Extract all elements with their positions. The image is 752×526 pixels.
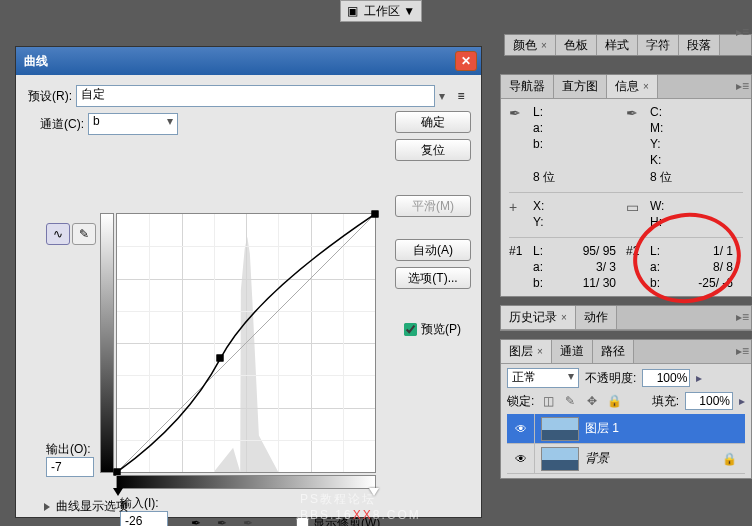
channel-label: 通道(C): <box>40 116 84 133</box>
panel-menu-icon[interactable]: ▸≡ <box>736 25 749 39</box>
curve-display-options[interactable]: 曲线显示选项 <box>44 498 128 515</box>
history-panel: 历史记录× 动作 ▸≡ <box>500 305 752 331</box>
tab-character[interactable]: 字符 <box>638 35 679 55</box>
tab-color[interactable]: 颜色× <box>505 35 556 55</box>
tab-paragraph[interactable]: 段落 <box>679 35 720 55</box>
lock-label: 锁定: <box>507 393 534 410</box>
visibility-icon[interactable]: 👁 <box>507 444 535 473</box>
curves-dialog: 曲线 ✕ 预设(R): 自定 ▾ ≡ 通道(C): b ▾ ∿ ✎ <box>15 46 482 518</box>
preset-menu-icon[interactable]: ≡ <box>451 86 471 106</box>
auto-button[interactable]: 自动(A) <box>395 239 471 261</box>
top-toolbar: ▣ 工作区 ▼ <box>340 0 422 22</box>
gray-eyedropper-icon[interactable]: ✒ <box>212 513 232 526</box>
panel-menu-icon[interactable]: ▸≡ <box>736 79 749 93</box>
color-panel-tabs: 颜色× 色板 样式 字符 段落 ▸≡ <box>504 34 752 56</box>
cancel-button[interactable]: 复位 <box>395 139 471 161</box>
eyedropper-icon: ✒ <box>509 105 533 151</box>
tab-swatches[interactable]: 色板 <box>556 35 597 55</box>
options-button[interactable]: 选项(T)... <box>395 267 471 289</box>
curve-point-mid[interactable] <box>217 355 224 362</box>
layer-thumbnail[interactable] <box>541 447 579 471</box>
tab-history[interactable]: 历史记录× <box>501 306 576 329</box>
preview-checkbox[interactable]: 预览(P) <box>404 321 461 338</box>
fill-label: 填充: <box>652 393 679 410</box>
opacity-input[interactable] <box>642 369 690 387</box>
dimensions-icon: ▭ <box>626 199 650 231</box>
lock-transparent-icon[interactable]: ◫ <box>540 393 556 409</box>
sampler2-a: 8/ 8 <box>668 260 743 274</box>
tab-actions[interactable]: 动作 <box>576 306 617 329</box>
dialog-title: 曲线 <box>24 53 48 70</box>
curve-line <box>117 214 375 472</box>
layer-row[interactable]: 👁 背景 🔒 <box>507 444 745 474</box>
preset-dropdown-icon[interactable]: ▾ <box>439 89 445 103</box>
pencil-tool-button[interactable]: ✎ <box>72 223 96 245</box>
sampler1-label: #1 <box>509 244 533 258</box>
output-label: 输出(O): <box>46 441 91 458</box>
channel-select[interactable]: b ▾ <box>88 113 178 135</box>
sampler2-label: #2 <box>626 244 650 258</box>
lock-all-icon[interactable]: 🔒 <box>606 393 622 409</box>
lock-icon: 🔒 <box>722 452 737 466</box>
opacity-slider-icon[interactable]: ▸ <box>696 371 702 385</box>
crosshair-icon: + <box>509 199 533 231</box>
titlebar: 曲线 ✕ <box>16 47 481 75</box>
input-gradient <box>116 475 376 489</box>
opacity-label: 不透明度: <box>585 370 636 387</box>
workspace-dropdown[interactable]: 工作区 ▼ <box>364 3 415 20</box>
tab-layers[interactable]: 图层× <box>501 340 552 363</box>
lock-pixels-icon[interactable]: ✎ <box>562 393 578 409</box>
close-button[interactable]: ✕ <box>455 51 477 71</box>
tab-styles[interactable]: 样式 <box>597 35 638 55</box>
layer-name[interactable]: 背景 <box>585 450 722 467</box>
tab-info[interactable]: 信息× <box>607 75 658 98</box>
sampler1-L: 95/ 95 <box>551 244 626 258</box>
watermark: PS教程论坛 BBS.16XX8.COM <box>300 491 421 522</box>
black-eyedropper-icon[interactable]: ✒ <box>186 513 206 526</box>
curve-graph[interactable] <box>116 213 376 473</box>
white-eyedropper-icon[interactable]: ✒ <box>238 513 258 526</box>
output-gradient <box>100 213 114 473</box>
svg-line-0 <box>117 214 375 472</box>
tab-navigator[interactable]: 导航器 <box>501 75 554 98</box>
panel-menu-icon[interactable]: ▸≡ <box>736 310 749 324</box>
visibility-icon[interactable]: 👁 <box>507 414 535 443</box>
fill-input[interactable] <box>685 392 733 410</box>
layer-thumbnail[interactable] <box>541 417 579 441</box>
curve-tool-button[interactable]: ∿ <box>46 223 70 245</box>
blend-mode-select[interactable]: 正常 ▾ <box>507 368 579 388</box>
info-panel: 导航器 直方图 信息× ▸≡ ✒ L: ✒ C: a: M: b: Y: K: … <box>500 74 752 297</box>
sampler1-b: 11/ 30 <box>551 276 626 290</box>
lock-position-icon[interactable]: ✥ <box>584 393 600 409</box>
disclosure-icon <box>44 503 50 511</box>
info-readout: ✒ L: ✒ C: a: M: b: Y: K: 8 位 8 位 + X: ▭ … <box>509 105 743 290</box>
output-input[interactable] <box>46 457 94 477</box>
layers-panel: 图层× 通道 路径 ▸≡ 正常 ▾ 不透明度: ▸ 锁定: ◫ ✎ ✥ 🔒 填充… <box>500 339 752 479</box>
tab-channels[interactable]: 通道 <box>552 340 593 363</box>
ok-button[interactable]: 确定 <box>395 111 471 133</box>
preset-select[interactable]: 自定 <box>76 85 435 107</box>
sampler1-a: 3/ 3 <box>551 260 626 274</box>
eyedropper-icon: ✒ <box>626 105 650 151</box>
sampler2-b: -25/ -6 <box>668 276 743 290</box>
tool-icon: ▣ <box>347 4 358 18</box>
tab-paths[interactable]: 路径 <box>593 340 634 363</box>
fill-slider-icon[interactable]: ▸ <box>739 394 745 408</box>
tab-histogram[interactable]: 直方图 <box>554 75 607 98</box>
curve-point-end[interactable] <box>372 211 379 218</box>
sampler2-L: 1/ 1 <box>668 244 743 258</box>
layer-name[interactable]: 图层 1 <box>585 420 745 437</box>
panel-menu-icon[interactable]: ▸≡ <box>736 344 749 358</box>
preset-label: 预设(R): <box>28 88 72 105</box>
layer-row[interactable]: 👁 图层 1 <box>507 414 745 444</box>
smooth-button: 平滑(M) <box>395 195 471 217</box>
